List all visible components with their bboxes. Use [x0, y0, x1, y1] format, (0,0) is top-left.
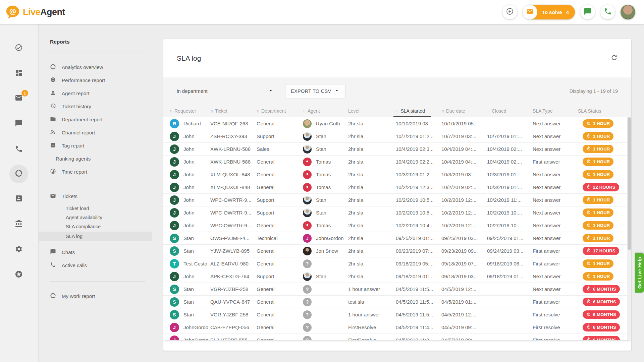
- table-row[interactable]: JJohnXLM-QUXOL-848GeneralTomas2hr sla10/…: [163, 168, 631, 181]
- sla-status-cell: 6 MONTHS: [578, 336, 627, 340]
- agent-name: JohnGordon: [316, 235, 344, 241]
- rail-item-contacts[interactable]: [11, 192, 26, 206]
- rail-item-chats[interactable]: [11, 116, 26, 131]
- sla-status-cell: 1 HOUR: [578, 259, 627, 268]
- table-scrollbar-thumb[interactable]: [628, 117, 631, 250]
- due-date-cell: 09/18/2019 03...: [441, 274, 487, 279]
- sla-status-cell: 1 HOUR: [578, 170, 627, 179]
- agent-cell: Stan: [303, 208, 348, 217]
- jon-snow-photo-avatar: [303, 247, 312, 255]
- ticket-code-cell: ELJ-UTPPP-555: [210, 337, 257, 340]
- requester-name: John: [183, 146, 195, 152]
- sidebar-item-analytics-overview[interactable]: Analytics overview: [50, 61, 145, 74]
- table-row[interactable]: JJohnAPK-CEXLG-764SupportStan2hr sla09/1…: [163, 270, 631, 283]
- calls-quick-button[interactable]: [600, 5, 615, 19]
- sidebar-item-ranking-agents[interactable]: Ranking agents: [50, 152, 145, 165]
- table-row[interactable]: JJohnXLM-QUXOL-848GeneralTomas2hr sla10/…: [163, 181, 631, 194]
- rail-item-calls[interactable]: [11, 142, 26, 157]
- table-row[interactable]: JJohnXWK-LRBNU-588GeneralTomas2hr sla10/…: [163, 156, 631, 168]
- table-row[interactable]: JJohnZSH-RCIXY-393SupportStan2hr sla10/7…: [163, 130, 631, 143]
- sla-started-cell: 04/5/2019 11:5...: [396, 299, 441, 305]
- table-row[interactable]: JJohnWPC-OWRTR-9...SupportStan2hr sla10/…: [163, 194, 631, 206]
- status-badge-label: 22 HOURS: [593, 185, 615, 190]
- column-label: Closed: [492, 108, 506, 114]
- chats-quick-button[interactable]: [580, 5, 595, 19]
- requester-name: JohnGordo: [183, 337, 208, 340]
- filter-bar: in department EXPORT TO CSV Displaying 1…: [163, 77, 631, 105]
- sidebar-item-time-report[interactable]: Time report: [50, 165, 145, 178]
- sla-status-cell: 6 MONTHS: [578, 298, 627, 306]
- column-header-sla-started[interactable]: ↓SLA started: [396, 108, 441, 114]
- table-row[interactable]: JJohnGordoCAB-FZEPQ-056General?FirstReso…: [163, 321, 631, 334]
- column-header-requester[interactable]: ↑↓Requester: [170, 108, 210, 114]
- table-row[interactable]: SStanVGR-YJZBF-258General?1 hour answer0…: [163, 308, 631, 321]
- table-row[interactable]: TTest CustoALZ-EARVU-980General?2hr sla0…: [163, 257, 631, 270]
- sidebar-item-channel-report[interactable]: Channel report: [50, 126, 145, 139]
- table-scrollbar-track[interactable]: [627, 117, 631, 340]
- table-row[interactable]: SStanOWS-FVJMH-4...TechnicalJJohnGordon2…: [163, 232, 631, 245]
- status-badge: 1 HOUR: [583, 259, 613, 268]
- column-header-agent[interactable]: ↑↓Agent: [303, 108, 348, 114]
- sidebar-subitem-agent-availability[interactable]: Agent availability: [50, 213, 145, 222]
- column-header-closed[interactable]: ↑↓Closed: [487, 108, 533, 114]
- sidebar-subitem-sla-log[interactable]: SLA log: [39, 232, 152, 241]
- nav-item-label: Channel report: [62, 130, 95, 135]
- rail-item-rewards[interactable]: [11, 267, 26, 282]
- requester-avatar: S: [170, 285, 179, 294]
- table-row[interactable]: JJohnWPC-OWRTR-9...GeneralTomas2hr sla10…: [163, 219, 631, 232]
- unknown-agent-avatar: ?: [303, 259, 312, 268]
- requester-name: John: [183, 159, 195, 165]
- column-header-ticket[interactable]: ↑↓Ticket: [210, 108, 257, 114]
- sidebar-item-active-calls[interactable]: Active calls: [50, 259, 145, 272]
- table-row[interactable]: SStanYJW-ZWLYB-895GeneralJon Snow2hr sla…: [163, 245, 631, 257]
- sla-type-cell: Next answer: [533, 210, 578, 216]
- unknown-agent-avatar: ?: [303, 285, 312, 294]
- sidebar-item-tag-report[interactable]: Tag report: [50, 139, 145, 152]
- add-new-button[interactable]: [502, 5, 517, 19]
- user-avatar[interactable]: [621, 5, 635, 19]
- brand-text: LiveAgent: [23, 7, 65, 17]
- table-row[interactable]: SStanVGR-YJZBF-258General?1 hour answer0…: [163, 283, 631, 296]
- rail-item-tickets[interactable]: 1: [11, 91, 26, 106]
- status-badge: 17 HOURS: [583, 247, 619, 255]
- sidebar-item-agent-report[interactable]: Agent report: [50, 87, 145, 100]
- table-row[interactable]: JJohnXWK-LRBNU-588SalesStan2hr sla10/4/2…: [163, 143, 631, 156]
- table-row[interactable]: JJohnWPC-OWRTR-9...SupportStan2hr sla10/…: [163, 206, 631, 219]
- sidebar-subitem-sla-compliance[interactable]: SLA compliance: [50, 222, 145, 231]
- liveagent-logo[interactable]: @ LiveAgent: [5, 5, 65, 19]
- sidebar-group-tickets[interactable]: Tickets: [50, 190, 145, 203]
- sidebar-item-my-work-report[interactable]: My work report: [50, 290, 145, 303]
- column-label: Requester: [174, 108, 196, 114]
- chats-icon: [15, 119, 23, 128]
- report-items-list: Analytics overviewPerformance reportAgen…: [50, 61, 145, 178]
- due-date-cell: 04/5/2019 01:...: [441, 299, 487, 305]
- sla-started-cell: 10/2/2019 10:4...: [396, 223, 441, 228]
- status-badge-label: 1 HOUR: [593, 274, 610, 279]
- sidebar-item-ticket-history[interactable]: Ticket history: [50, 100, 145, 113]
- rail-item-dashboard[interactable]: [11, 66, 26, 81]
- rail-item-settings[interactable]: [11, 242, 26, 257]
- rail-item-academy[interactable]: [11, 217, 26, 232]
- sidebar-item-chats[interactable]: Chats: [50, 246, 145, 259]
- column-header-due-date[interactable]: ↑↓Due date: [441, 108, 487, 114]
- table-row[interactable]: SStanQAU-YVPCA-847General?test sla04/5/2…: [163, 296, 631, 308]
- status-badge: 1 HOUR: [583, 132, 613, 140]
- sidebar-subitem-ticket-load[interactable]: Ticket load: [50, 204, 145, 213]
- rss-icon: [50, 129, 56, 136]
- rail-item-tasks[interactable]: [11, 41, 26, 56]
- column-header-department[interactable]: ↑↓Department: [257, 108, 303, 114]
- sidenav-divider-2: [50, 281, 145, 282]
- refresh-button[interactable]: [609, 53, 619, 63]
- sidebar-item-performance-report[interactable]: Performance report: [50, 74, 145, 87]
- to-solve-button[interactable]: To solve 4: [523, 5, 575, 19]
- department-filter-select[interactable]: in department: [177, 87, 274, 95]
- table-row[interactable]: RRichardVCE-NIRQF-263GeneralRyan Goth2hr…: [163, 117, 631, 130]
- rail-item-reports[interactable]: [9, 165, 28, 183]
- export-to-csv-button[interactable]: EXPORT TO CSV: [285, 84, 345, 98]
- sidebar-item-department-report[interactable]: Department report: [50, 113, 145, 126]
- table-row[interactable]: JJohnGordoELJ-UTPPP-555General?FirstReso…: [163, 334, 631, 340]
- due-date-cell: 04/5/2019 12:...: [441, 286, 487, 292]
- status-badge: 6 MONTHS: [583, 323, 620, 331]
- get-live-help-tab[interactable]: Get Live Help: [635, 253, 644, 293]
- department-cell: General: [257, 299, 303, 305]
